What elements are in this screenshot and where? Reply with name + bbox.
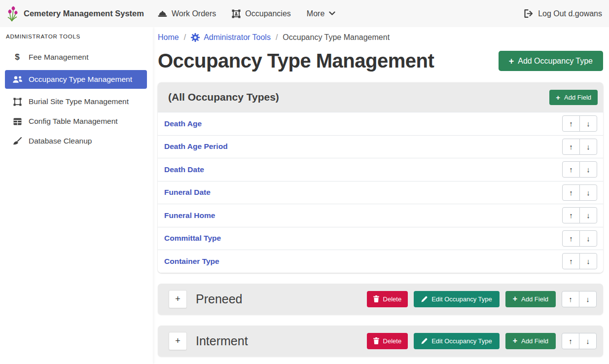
field-link-death-date[interactable]: Death Date xyxy=(164,165,562,174)
move-up-button[interactable]: ↑ xyxy=(562,230,580,247)
reorder-buttons: ↑ ↓ xyxy=(562,161,597,178)
app-brand[interactable]: Cemetery Management System xyxy=(6,5,144,22)
breadcrumb-admin-tools-label: Administrator Tools xyxy=(204,33,271,42)
occupancy-frame-icon xyxy=(232,9,241,18)
sidebar-item-config-table-management[interactable]: Config Table Management xyxy=(0,111,153,131)
reorder-buttons: ↑ ↓ xyxy=(562,139,597,155)
sidebar-item-fee-management[interactable]: $ Fee Management xyxy=(0,47,153,67)
section-name: Preneed xyxy=(196,292,367,306)
breadcrumb-admin-tools[interactable]: Administrator Tools xyxy=(191,33,271,42)
page-title: Occupancy Type Management xyxy=(158,50,434,72)
card-title: (All Occupancy Types) xyxy=(168,91,549,103)
add-field-label: Add Field xyxy=(521,337,548,345)
nav-links: Work Orders Occupancies More xyxy=(158,9,351,18)
gear-icon xyxy=(191,33,200,42)
section-name: Interment xyxy=(196,334,367,348)
move-up-button[interactable]: ↑ xyxy=(562,333,579,349)
expand-button[interactable]: + xyxy=(169,332,187,350)
sidebar-item-burial-site-type-management[interactable]: Burial Site Type Management xyxy=(0,92,153,111)
expand-button[interactable]: + xyxy=(169,290,187,308)
field-row: Funeral Date ↑ ↓ xyxy=(158,181,603,204)
delete-label: Delete xyxy=(383,337,402,345)
move-down-button[interactable]: ↓ xyxy=(579,207,597,223)
move-down-button[interactable]: ↓ xyxy=(579,333,597,349)
title-row: Occupancy Type Management + Add Occupanc… xyxy=(158,50,603,72)
delete-button[interactable]: Delete xyxy=(367,291,408,307)
sidebar-item-label: Fee Management xyxy=(29,53,89,62)
field-link-death-age[interactable]: Death Age xyxy=(164,119,562,128)
logout-icon xyxy=(524,9,533,18)
edit-occupancy-type-label: Edit Occupancy Type xyxy=(431,295,492,303)
move-down-button[interactable]: ↓ xyxy=(579,184,597,201)
add-field-button[interactable]: + Add Field xyxy=(505,333,556,349)
sidebar-item-occupancy-type-management[interactable]: Occupancy Type Management xyxy=(5,70,147,89)
field-link-death-age-period[interactable]: Death Age Period xyxy=(164,142,562,151)
edit-occupancy-type-button[interactable]: Edit Occupancy Type xyxy=(414,333,500,349)
section-actions: Delete Edit Occupancy Type + Add Field ↑ xyxy=(367,333,597,349)
all-occupancy-types-card: (All Occupancy Types) + Add Field Death … xyxy=(158,82,603,273)
add-occupancy-type-button[interactable]: + Add Occupancy Type xyxy=(499,51,603,71)
move-down-button[interactable]: ↓ xyxy=(579,139,597,155)
sidebar-item-label: Config Table Management xyxy=(29,117,118,126)
dollar-icon: $ xyxy=(12,52,23,62)
sidebar-item-database-cleanup[interactable]: Database Cleanup xyxy=(0,131,153,151)
breadcrumb-separator: / xyxy=(184,33,186,42)
sidebar-item-label: Occupancy Type Management xyxy=(29,75,132,84)
reorder-buttons: ↑ ↓ xyxy=(562,333,597,349)
move-up-button[interactable]: ↑ xyxy=(562,139,580,155)
move-up-button[interactable]: ↑ xyxy=(562,253,580,269)
section-preneed: + Preneed Delete xyxy=(158,284,603,315)
nav-label: Occupancies xyxy=(245,9,291,18)
breadcrumb-separator: / xyxy=(276,33,278,42)
move-down-button[interactable]: ↓ xyxy=(579,230,597,247)
nav-label: More xyxy=(307,9,324,18)
move-down-button[interactable]: ↓ xyxy=(579,253,597,269)
edit-occupancy-type-button[interactable]: Edit Occupancy Type xyxy=(414,291,500,307)
field-link-committal-type[interactable]: Committal Type xyxy=(164,234,562,243)
sidebar-item-label: Database Cleanup xyxy=(29,137,92,146)
field-link-funeral-date[interactable]: Funeral Date xyxy=(164,188,562,197)
add-field-label: Add Field xyxy=(564,94,591,101)
nav-work-orders[interactable]: Work Orders xyxy=(158,9,216,18)
add-occupancy-type-label: Add Occupancy Type xyxy=(518,57,593,66)
move-down-button[interactable]: ↓ xyxy=(579,161,597,178)
reorder-buttons: ↑ ↓ xyxy=(562,291,597,307)
field-row: Funeral Home ↑ ↓ xyxy=(158,204,603,227)
plus-icon: + xyxy=(509,57,514,66)
section-interment: + Interment Delete xyxy=(158,326,603,357)
users-icon xyxy=(12,76,23,83)
nav-more[interactable]: More xyxy=(307,9,335,18)
plus-icon: + xyxy=(513,337,517,345)
move-down-button[interactable]: ↓ xyxy=(579,115,597,132)
frame-icon xyxy=(12,98,23,106)
nav-label: Work Orders xyxy=(172,9,216,18)
breadcrumb: Home / xyxy=(158,33,603,42)
field-row: Committal Type ↑ ↓ xyxy=(158,227,603,250)
main-content: Home / xyxy=(153,27,609,364)
field-link-container-type[interactable]: Container Type xyxy=(164,257,562,266)
move-up-button[interactable]: ↑ xyxy=(562,184,580,201)
reorder-buttons: ↑ ↓ xyxy=(562,115,597,132)
card-header: (All Occupancy Types) + Add Field xyxy=(158,82,603,112)
add-field-button[interactable]: + Add Field xyxy=(549,90,598,105)
field-link-funeral-home[interactable]: Funeral Home xyxy=(164,211,562,220)
section-actions: Delete Edit Occupancy Type + Add Field ↑ xyxy=(367,291,597,307)
reorder-buttons: ↑ ↓ xyxy=(562,207,597,223)
field-row: Death Age Period ↑ ↓ xyxy=(158,135,603,158)
add-field-button[interactable]: + Add Field xyxy=(505,291,556,307)
breadcrumb-home[interactable]: Home xyxy=(158,33,179,42)
move-up-button[interactable]: ↑ xyxy=(562,291,579,307)
delete-label: Delete xyxy=(383,295,402,303)
move-up-button[interactable]: ↑ xyxy=(562,207,580,223)
nav-occupancies[interactable]: Occupancies xyxy=(232,9,291,18)
hard-hat-icon xyxy=(158,10,167,18)
move-up-button[interactable]: ↑ xyxy=(562,115,580,132)
sidebar-item-label: Burial Site Type Management xyxy=(29,97,129,106)
delete-button[interactable]: Delete xyxy=(367,333,408,349)
logout-button[interactable]: Log Out d.gowans xyxy=(524,9,602,18)
reorder-buttons: ↑ ↓ xyxy=(562,184,597,201)
move-up-button[interactable]: ↑ xyxy=(562,161,580,178)
move-down-button[interactable]: ↓ xyxy=(579,291,597,307)
pencil-icon xyxy=(421,338,428,344)
sidebar: ADMINISTRATOR TOOLS $ Fee Management Occ… xyxy=(0,27,153,364)
